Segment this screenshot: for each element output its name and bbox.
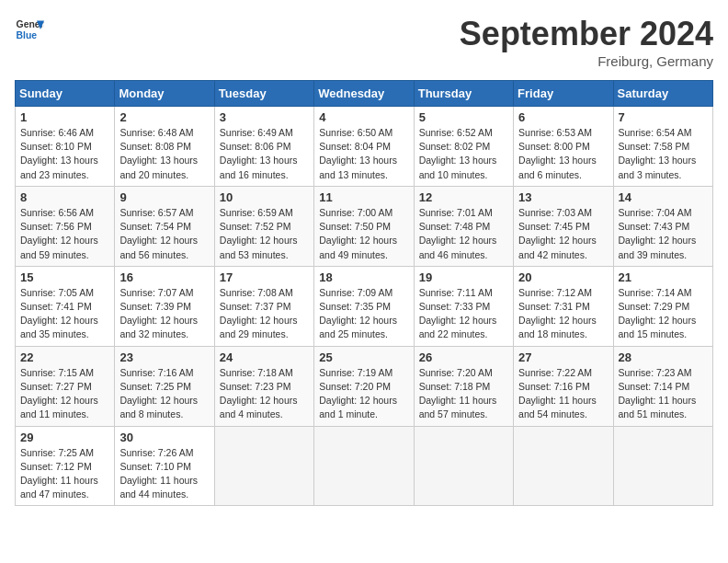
calendar-cell: 20Sunrise: 7:12 AM Sunset: 7:31 PM Dayli… bbox=[514, 266, 613, 346]
day-number: 26 bbox=[419, 350, 508, 364]
day-info: Sunrise: 6:46 AM Sunset: 8:10 PM Dayligh… bbox=[20, 126, 109, 182]
weekday-header: Sunday bbox=[16, 81, 115, 107]
calendar-cell: 29Sunrise: 7:25 AM Sunset: 7:12 PM Dayli… bbox=[16, 426, 115, 506]
calendar-cell: 30Sunrise: 7:26 AM Sunset: 7:10 PM Dayli… bbox=[115, 426, 214, 506]
day-info: Sunrise: 7:22 AM Sunset: 7:16 PM Dayligh… bbox=[518, 366, 608, 422]
day-info: Sunrise: 7:05 AM Sunset: 7:41 PM Dayligh… bbox=[20, 286, 109, 342]
calendar-cell: 5Sunrise: 6:52 AM Sunset: 8:02 PM Daylig… bbox=[414, 107, 513, 187]
day-info: Sunrise: 7:03 AM Sunset: 7:45 PM Dayligh… bbox=[518, 206, 608, 262]
day-info: Sunrise: 6:52 AM Sunset: 8:02 PM Dayligh… bbox=[419, 126, 508, 182]
calendar-week-row: 29Sunrise: 7:25 AM Sunset: 7:12 PM Dayli… bbox=[16, 426, 713, 506]
day-info: Sunrise: 7:09 AM Sunset: 7:35 PM Dayligh… bbox=[319, 286, 408, 342]
day-number: 21 bbox=[619, 270, 708, 284]
day-info: Sunrise: 7:25 AM Sunset: 7:12 PM Dayligh… bbox=[20, 446, 109, 502]
calendar-cell: 6Sunrise: 6:53 AM Sunset: 8:00 PM Daylig… bbox=[514, 107, 613, 187]
day-number: 15 bbox=[20, 270, 109, 284]
day-number: 11 bbox=[319, 190, 408, 204]
weekday-header: Wednesday bbox=[314, 81, 414, 107]
day-number: 1 bbox=[20, 110, 109, 124]
calendar-cell: 7Sunrise: 6:54 AM Sunset: 7:58 PM Daylig… bbox=[613, 107, 712, 187]
weekday-header: Friday bbox=[514, 81, 613, 107]
title-block: September 2024 Freiburg, Germany bbox=[460, 15, 713, 69]
day-number: 22 bbox=[20, 350, 109, 364]
logo: General Blue bbox=[15, 15, 44, 44]
day-info: Sunrise: 7:00 AM Sunset: 7:50 PM Dayligh… bbox=[319, 206, 408, 262]
day-number: 13 bbox=[518, 190, 608, 204]
weekday-header: Tuesday bbox=[214, 81, 313, 107]
day-number: 4 bbox=[319, 110, 408, 124]
day-number: 27 bbox=[518, 350, 608, 364]
calendar-cell: 28Sunrise: 7:23 AM Sunset: 7:14 PM Dayli… bbox=[613, 346, 712, 426]
calendar-cell bbox=[514, 426, 613, 506]
day-number: 10 bbox=[220, 190, 309, 204]
day-number: 6 bbox=[518, 110, 608, 124]
day-info: Sunrise: 6:57 AM Sunset: 7:54 PM Dayligh… bbox=[119, 206, 209, 262]
svg-text:Blue: Blue bbox=[17, 30, 38, 40]
weekday-header: Saturday bbox=[613, 81, 712, 107]
day-info: Sunrise: 6:53 AM Sunset: 8:00 PM Dayligh… bbox=[518, 126, 608, 182]
day-info: Sunrise: 6:56 AM Sunset: 7:56 PM Dayligh… bbox=[20, 206, 109, 262]
day-number: 24 bbox=[220, 350, 309, 364]
day-info: Sunrise: 7:23 AM Sunset: 7:14 PM Dayligh… bbox=[619, 366, 708, 422]
day-number: 17 bbox=[220, 270, 309, 284]
day-info: Sunrise: 7:12 AM Sunset: 7:31 PM Dayligh… bbox=[518, 286, 608, 342]
calendar-cell: 12Sunrise: 7:01 AM Sunset: 7:48 PM Dayli… bbox=[414, 186, 513, 266]
day-number: 25 bbox=[319, 350, 408, 364]
day-info: Sunrise: 7:19 AM Sunset: 7:20 PM Dayligh… bbox=[319, 366, 408, 422]
calendar-cell: 15Sunrise: 7:05 AM Sunset: 7:41 PM Dayli… bbox=[16, 266, 115, 346]
day-info: Sunrise: 7:01 AM Sunset: 7:48 PM Dayligh… bbox=[419, 206, 508, 262]
day-number: 7 bbox=[619, 110, 708, 124]
day-info: Sunrise: 7:15 AM Sunset: 7:27 PM Dayligh… bbox=[20, 366, 109, 422]
calendar-cell: 16Sunrise: 7:07 AM Sunset: 7:39 PM Dayli… bbox=[115, 266, 214, 346]
day-number: 19 bbox=[419, 270, 508, 284]
calendar-cell bbox=[314, 426, 414, 506]
day-number: 9 bbox=[119, 190, 209, 204]
calendar-cell: 4Sunrise: 6:50 AM Sunset: 8:04 PM Daylig… bbox=[314, 107, 414, 187]
day-info: Sunrise: 7:16 AM Sunset: 7:25 PM Dayligh… bbox=[119, 366, 209, 422]
calendar-cell: 21Sunrise: 7:14 AM Sunset: 7:29 PM Dayli… bbox=[613, 266, 712, 346]
day-info: Sunrise: 7:18 AM Sunset: 7:23 PM Dayligh… bbox=[220, 366, 309, 422]
calendar-cell: 19Sunrise: 7:11 AM Sunset: 7:33 PM Dayli… bbox=[414, 266, 513, 346]
calendar-cell bbox=[613, 426, 712, 506]
calendar-cell: 27Sunrise: 7:22 AM Sunset: 7:16 PM Dayli… bbox=[514, 346, 613, 426]
calendar-cell: 22Sunrise: 7:15 AM Sunset: 7:27 PM Dayli… bbox=[16, 346, 115, 426]
calendar-cell: 18Sunrise: 7:09 AM Sunset: 7:35 PM Dayli… bbox=[314, 266, 414, 346]
calendar-cell: 10Sunrise: 6:59 AM Sunset: 7:52 PM Dayli… bbox=[214, 186, 313, 266]
calendar-cell: 3Sunrise: 6:49 AM Sunset: 8:06 PM Daylig… bbox=[214, 107, 313, 187]
day-number: 29 bbox=[20, 431, 109, 444]
weekday-header: Monday bbox=[115, 81, 214, 107]
month-title: September 2024 bbox=[460, 15, 713, 53]
day-info: Sunrise: 7:11 AM Sunset: 7:33 PM Dayligh… bbox=[419, 286, 508, 342]
calendar-cell: 17Sunrise: 7:08 AM Sunset: 7:37 PM Dayli… bbox=[214, 266, 313, 346]
calendar-cell bbox=[414, 426, 513, 506]
calendar-cell: 25Sunrise: 7:19 AM Sunset: 7:20 PM Dayli… bbox=[314, 346, 414, 426]
calendar-cell: 8Sunrise: 6:56 AM Sunset: 7:56 PM Daylig… bbox=[16, 186, 115, 266]
day-number: 23 bbox=[119, 350, 209, 364]
day-info: Sunrise: 7:04 AM Sunset: 7:43 PM Dayligh… bbox=[619, 206, 708, 262]
weekday-header-row: SundayMondayTuesdayWednesdayThursdayFrid… bbox=[16, 81, 713, 107]
day-number: 8 bbox=[20, 190, 109, 204]
calendar-week-row: 15Sunrise: 7:05 AM Sunset: 7:41 PM Dayli… bbox=[16, 266, 713, 346]
logo-icon: General Blue bbox=[15, 15, 44, 44]
day-info: Sunrise: 6:54 AM Sunset: 7:58 PM Dayligh… bbox=[619, 126, 708, 182]
day-number: 28 bbox=[619, 350, 708, 364]
calendar-cell: 9Sunrise: 6:57 AM Sunset: 7:54 PM Daylig… bbox=[115, 186, 214, 266]
day-info: Sunrise: 7:26 AM Sunset: 7:10 PM Dayligh… bbox=[119, 446, 209, 502]
day-info: Sunrise: 7:14 AM Sunset: 7:29 PM Dayligh… bbox=[619, 286, 708, 342]
day-number: 3 bbox=[220, 110, 309, 124]
calendar-week-row: 1Sunrise: 6:46 AM Sunset: 8:10 PM Daylig… bbox=[16, 107, 713, 187]
day-info: Sunrise: 7:07 AM Sunset: 7:39 PM Dayligh… bbox=[119, 286, 209, 342]
page-header: General Blue September 2024 Freiburg, Ge… bbox=[15, 15, 713, 69]
calendar-cell bbox=[214, 426, 313, 506]
day-info: Sunrise: 6:49 AM Sunset: 8:06 PM Dayligh… bbox=[220, 126, 309, 182]
day-number: 20 bbox=[518, 270, 608, 284]
day-info: Sunrise: 6:59 AM Sunset: 7:52 PM Dayligh… bbox=[220, 206, 309, 262]
day-info: Sunrise: 6:50 AM Sunset: 8:04 PM Dayligh… bbox=[319, 126, 408, 182]
day-number: 16 bbox=[119, 270, 209, 284]
day-info: Sunrise: 7:20 AM Sunset: 7:18 PM Dayligh… bbox=[419, 366, 508, 422]
calendar-cell: 26Sunrise: 7:20 AM Sunset: 7:18 PM Dayli… bbox=[414, 346, 513, 426]
calendar-week-row: 22Sunrise: 7:15 AM Sunset: 7:27 PM Dayli… bbox=[16, 346, 713, 426]
day-number: 14 bbox=[619, 190, 708, 204]
day-info: Sunrise: 6:48 AM Sunset: 8:08 PM Dayligh… bbox=[119, 126, 209, 182]
calendar-cell: 13Sunrise: 7:03 AM Sunset: 7:45 PM Dayli… bbox=[514, 186, 613, 266]
